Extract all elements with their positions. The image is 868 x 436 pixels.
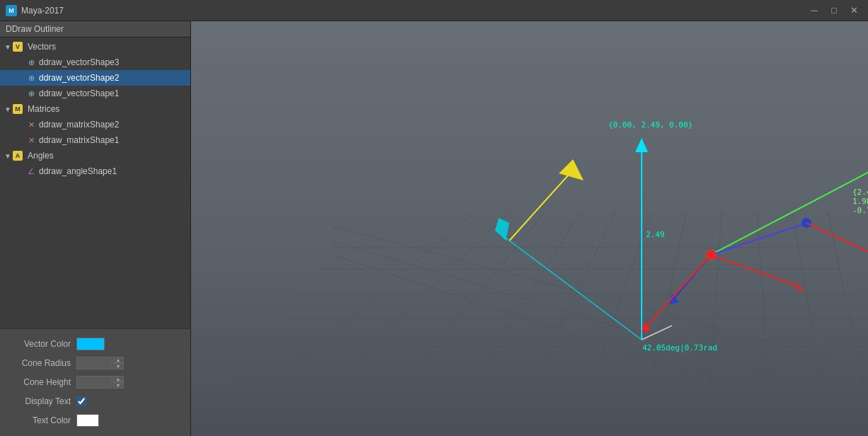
matrixshape1-label: ddraw_matrixShape1 — [39, 135, 119, 145]
shape3-label: ddraw_vectorShape3 — [39, 57, 119, 67]
window-controls: ─ □ ✕ — [806, 4, 862, 18]
matrixshape2-label: ddraw_matrixShape2 — [39, 120, 119, 130]
tree-arrow-vectors: ▼ — [3, 42, 13, 52]
display-text-row: Display Text — [6, 392, 185, 411]
angles-label: Angles — [28, 151, 54, 161]
tree-item-shape1[interactable]: ⊕ ddraw_vectorShape1 — [0, 86, 190, 101]
matrices-label: Matrices — [28, 104, 59, 114]
vectors-label: Vectors — [28, 42, 56, 52]
outliner-header: DDraw Outliner — [0, 21, 190, 38]
cone-height-input[interactable]: 0.20 — [76, 376, 112, 389]
display-text-label: Display Text — [6, 396, 76, 406]
tree-item-angleshape1[interactable]: ∠ ddraw_angleShape1 — [0, 164, 190, 179]
cone-radius-input[interactable]: 0.10 — [76, 357, 112, 369]
cone-radius-down[interactable]: ▼ — [112, 363, 124, 369]
app-icon: M — [6, 5, 17, 16]
tree-item-vectors-group[interactable]: ▼ V Vectors — [0, 39, 190, 54]
cone-height-spinbox: 0.20 ▲ ▼ — [76, 376, 124, 389]
matrix-icon-1: ✕ — [25, 134, 37, 146]
cone-radius-up[interactable]: ▲ — [112, 357, 124, 363]
main-area: DDraw Outliner ▼ V Vectors ⊕ ddraw_vecto… — [0, 21, 868, 436]
text-color-label: Text Color — [6, 415, 76, 425]
tree-item-angles-group[interactable]: ▼ A Angles — [0, 148, 190, 164]
group-icon-matrices: M — [13, 104, 23, 114]
tree-item-shape3[interactable]: ⊕ ddraw_vectorShape3 — [0, 54, 190, 70]
angleshape1-label: ddraw_angleShape1 — [39, 166, 117, 176]
cone-height-label: Cone Height — [6, 377, 76, 387]
cone-height-down[interactable]: ▼ — [112, 382, 124, 389]
cone-height-row: Cone Height 0.20 ▲ ▼ — [6, 373, 185, 391]
shape-icon-1: ⊕ — [25, 88, 37, 99]
cone-height-spin-buttons: ▲ ▼ — [112, 376, 124, 389]
cone-radius-spin-buttons: ▲ ▼ — [112, 357, 124, 369]
tree-arrow-angles: ▼ — [3, 151, 13, 161]
title-bar: M Maya-2017 ─ □ ✕ — [0, 0, 868, 21]
minimize-button[interactable]: ─ — [806, 4, 823, 18]
cone-radius-row: Cone Radius 0.10 ▲ ▼ — [6, 354, 185, 372]
cone-height-up[interactable]: ▲ — [112, 376, 124, 382]
shape1-label: ddraw_vectorShape1 — [39, 88, 119, 98]
viewport-grid — [191, 21, 868, 436]
angle-icon-1: ∠ — [25, 166, 37, 177]
tree-item-matrices-group[interactable]: ▼ M Matrices — [0, 101, 190, 117]
left-panel: DDraw Outliner ▼ V Vectors ⊕ ddraw_vecto… — [0, 21, 191, 436]
group-icon-vectors: V — [13, 42, 23, 52]
window-title: Maya-2017 — [21, 6, 806, 16]
cone-radius-spinbox: 0.10 ▲ ▼ — [76, 357, 124, 369]
display-text-checkbox[interactable] — [76, 396, 86, 406]
outliner-tree: ▼ V Vectors ⊕ ddraw_vectorShape3 ⊕ ddraw… — [0, 38, 190, 328]
close-button[interactable]: ✕ — [845, 4, 862, 18]
svg-point-41 — [706, 250, 716, 260]
tree-item-shape2[interactable]: ⊕ ddraw_vectorShape2 — [0, 70, 190, 86]
maximize-button[interactable]: □ — [826, 4, 843, 18]
properties-panel: Vector Color Cone Radius 0.10 ▲ ▼ Cone H… — [0, 328, 190, 436]
matrix-icon-2: ✕ — [25, 119, 37, 130]
tree-item-matrixshape1[interactable]: ✕ ddraw_matrixShape1 — [0, 132, 190, 148]
tree-item-matrixshape2[interactable]: ✕ ddraw_matrixShape2 — [0, 117, 190, 132]
vector-color-row: Vector Color — [6, 335, 185, 353]
text-color-row: Text Color — [6, 411, 185, 430]
svg-rect-0 — [191, 21, 868, 436]
viewport: {0.00, 2.49, 0.00} 2.49 {2.43, 1.98, -0.… — [191, 21, 868, 436]
group-icon-angles: A — [13, 151, 23, 161]
text-color-swatch[interactable] — [76, 414, 99, 427]
shape2-label: ddraw_vectorShape2 — [39, 73, 119, 83]
vector-color-swatch[interactable] — [76, 338, 105, 350]
tree-arrow-matrices: ▼ — [3, 104, 13, 114]
vector-color-label: Vector Color — [6, 339, 76, 349]
shape-icon-3: ⊕ — [25, 57, 37, 68]
cone-radius-label: Cone Radius — [6, 358, 76, 368]
shape-icon-2: ⊕ — [25, 72, 37, 84]
